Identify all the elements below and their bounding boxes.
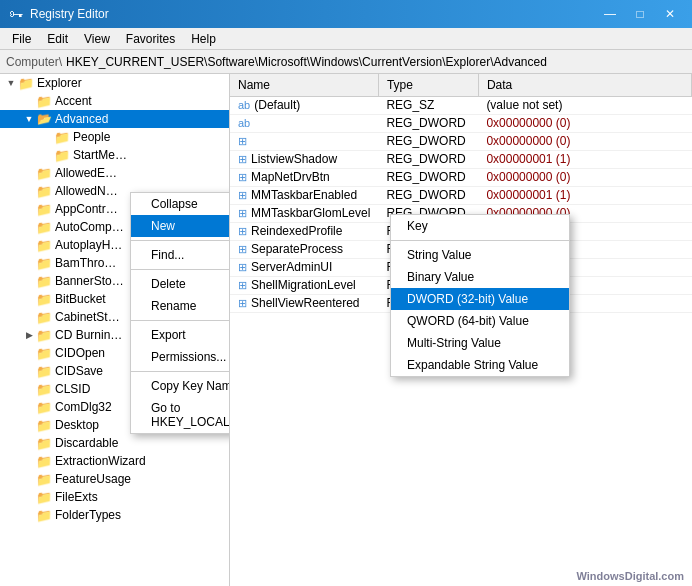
tree-label: AppContr…	[55, 202, 118, 216]
ctx-delete[interactable]: Delete	[131, 273, 230, 295]
sub-sep-1	[391, 240, 569, 241]
tree-item-accent[interactable]: 📁 Accent	[0, 92, 229, 110]
folder-icon: 📁	[36, 346, 52, 360]
tree-item-fileexts[interactable]: 📁 FileExts	[0, 488, 229, 506]
address-path: HKEY_CURRENT_USER\Software\Microsoft\Win…	[66, 55, 547, 69]
tree-label: BannerSto…	[55, 274, 124, 288]
submenu-binary-value[interactable]: Binary Value	[391, 266, 569, 288]
tree-label: FolderTypes	[55, 508, 121, 522]
folder-icon: 📁	[36, 328, 52, 342]
table-row[interactable]: ab(Default) REG_SZ (value not set)	[230, 96, 692, 114]
menu-bar: File Edit View Favorites Help	[0, 28, 692, 50]
tree-label: Discardable	[55, 436, 118, 450]
row-type: REG_DWORD	[378, 186, 478, 204]
row-data: (value not set)	[478, 96, 691, 114]
address-bar: Computer\ HKEY_CURRENT_USER\Software\Mic…	[0, 50, 692, 74]
submenu-string-value[interactable]: String Value	[391, 244, 569, 266]
tree-item-discardable[interactable]: 📁 Discardable	[0, 434, 229, 452]
tree-arrow: ▼	[4, 78, 18, 88]
row-data: 0x00000001 (1)	[478, 150, 691, 168]
submenu-multi-string-value[interactable]: Multi-String Value	[391, 332, 569, 354]
submenu-key[interactable]: Key	[391, 215, 569, 237]
folder-icon: 📁	[36, 274, 52, 288]
close-button[interactable]: ✕	[656, 4, 684, 24]
ctx-copy-key[interactable]: Copy Key Name	[131, 375, 230, 397]
tree-item-foldertypes[interactable]: 📁 FolderTypes	[0, 506, 229, 524]
folder-icon: 📁	[36, 490, 52, 504]
ctx-new[interactable]: New▶	[131, 215, 230, 237]
ctx-collapse[interactable]: Collapse	[131, 193, 230, 215]
submenu-expandable-string-value[interactable]: Expandable String Value	[391, 354, 569, 376]
folder-icon: 📁	[36, 220, 52, 234]
row-name: ⊞MMTaskbarGlomLevel	[230, 204, 378, 222]
table-row[interactable]: ⊞ListviewShadow REG_DWORD 0x00000001 (1)	[230, 150, 692, 168]
folder-icon: 📁	[36, 382, 52, 396]
folder-icon: 📁	[36, 310, 52, 324]
folder-icon: 📂	[36, 112, 52, 126]
tree-item-startme[interactable]: 📁 StartMe…	[0, 146, 229, 164]
row-name: ⊞ReindexedProfile	[230, 222, 378, 240]
col-name: Name	[230, 74, 378, 96]
row-name: ⊞SeparateProcess	[230, 240, 378, 258]
tree-item-explorer[interactable]: ▼ 📁 Explorer	[0, 74, 229, 92]
tree-item-allowede[interactable]: 📁 AllowedE…	[0, 164, 229, 182]
app-title: Registry Editor	[30, 7, 109, 21]
folder-icon: 📁	[36, 238, 52, 252]
table-row[interactable]: ⊞MMTaskbarEnabled REG_DWORD 0x00000001 (…	[230, 186, 692, 204]
submenu: Key String Value Binary Value DWORD (32-…	[390, 214, 570, 377]
submenu-qword-value[interactable]: QWORD (64-bit) Value	[391, 310, 569, 332]
tree-label: CIDOpen	[55, 346, 105, 360]
folder-icon: 📁	[36, 436, 52, 450]
folder-icon: 📁	[36, 472, 52, 486]
tree-item-featureusage[interactable]: 📁 FeatureUsage	[0, 470, 229, 488]
menu-favorites[interactable]: Favorites	[118, 30, 183, 48]
row-name: ⊞ServerAdminUI	[230, 258, 378, 276]
row-data: 0x00000000 (0)	[478, 132, 691, 150]
tree-label: BitBucket	[55, 292, 106, 306]
tree-item-people[interactable]: 📁 People	[0, 128, 229, 146]
row-type: REG_DWORD	[378, 168, 478, 186]
ctx-goto-hklm[interactable]: Go to HKEY_LOCAL_MACHINE	[131, 397, 230, 433]
menu-help[interactable]: Help	[183, 30, 224, 48]
menu-view[interactable]: View	[76, 30, 118, 48]
ctx-permissions[interactable]: Permissions...	[131, 346, 230, 368]
tree-label: AllowedN…	[55, 184, 118, 198]
tree-label: Advanced	[55, 112, 108, 126]
folder-icon: 📁	[36, 292, 52, 306]
title-bar: 🗝 Registry Editor — □ ✕	[0, 0, 692, 28]
tree-arrow: ▼	[22, 114, 36, 124]
data-panel: Name Type Data ab(Default) REG_SZ (value…	[230, 74, 692, 586]
ctx-rename[interactable]: Rename	[131, 295, 230, 317]
tree-item-extractionwizard[interactable]: 📁 ExtractionWizard	[0, 452, 229, 470]
submenu-dword-value[interactable]: DWORD (32-bit) Value	[391, 288, 569, 310]
row-name: ⊞ShellViewReentered	[230, 294, 378, 312]
folder-icon: 📁	[36, 166, 52, 180]
ctx-sep-2	[131, 269, 230, 270]
window-controls: — □ ✕	[596, 4, 684, 24]
row-name: ⊞	[230, 132, 378, 150]
table-row[interactable]: ⊞ REG_DWORD 0x00000000 (0)	[230, 132, 692, 150]
tree-label: ExtractionWizard	[55, 454, 146, 468]
tree-label: AllowedE…	[55, 166, 117, 180]
tree-item-advanced[interactable]: ▼ 📂 Advanced	[0, 110, 229, 128]
context-menu: Collapse New▶ Find... Delete Rename Expo…	[130, 192, 230, 434]
maximize-button[interactable]: □	[626, 4, 654, 24]
table-row[interactable]: ⊞MapNetDrvBtn REG_DWORD 0x00000000 (0)	[230, 168, 692, 186]
tree-label: People	[73, 130, 110, 144]
minimize-button[interactable]: —	[596, 4, 624, 24]
ctx-find[interactable]: Find...	[131, 244, 230, 266]
tree-label: StartMe…	[73, 148, 127, 162]
row-data: 0x00000001 (1)	[478, 186, 691, 204]
tree-label: CIDSave	[55, 364, 103, 378]
folder-icon: 📁	[36, 418, 52, 432]
tree-label: ComDlg32	[55, 400, 112, 414]
folder-icon: 📁	[36, 256, 52, 270]
tree-label: Accent	[55, 94, 92, 108]
row-name: ab(Default)	[230, 96, 378, 114]
menu-file[interactable]: File	[4, 30, 39, 48]
menu-edit[interactable]: Edit	[39, 30, 76, 48]
table-row[interactable]: ab REG_DWORD 0x00000000 (0)	[230, 114, 692, 132]
folder-icon: 📁	[36, 184, 52, 198]
row-type: REG_DWORD	[378, 114, 478, 132]
ctx-export[interactable]: Export	[131, 324, 230, 346]
